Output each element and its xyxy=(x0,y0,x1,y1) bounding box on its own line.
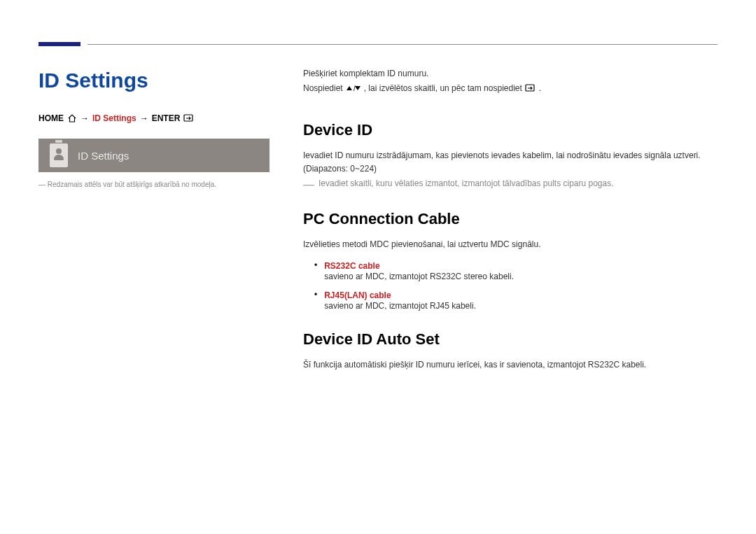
header-rule xyxy=(88,44,718,45)
menu-preview-label: ID Settings xyxy=(78,150,129,162)
page-title: ID Settings xyxy=(38,69,270,92)
list-item-label: RS232C cable xyxy=(324,261,379,271)
section-heading-pc-connection: PC Connection Cable xyxy=(303,210,718,228)
bullet-icon: • xyxy=(314,259,317,281)
device-id-note: ― Ievadiet skaitli, kuru vēlaties izmant… xyxy=(303,178,718,190)
home-icon xyxy=(67,114,77,122)
breadcrumb-home: HOME xyxy=(38,113,64,123)
id-card-icon xyxy=(50,143,68,167)
up-down-icon: / xyxy=(346,85,361,92)
breadcrumb-arrow: → xyxy=(140,113,148,123)
list-item-desc: savieno ar MDC, izmantojot RS232C stereo… xyxy=(324,272,514,281)
enter-icon xyxy=(183,114,195,122)
svg-text:/: / xyxy=(354,85,356,92)
pc-connection-body: Izvēlieties metodi MDC pievienošanai, la… xyxy=(303,238,718,251)
breadcrumb-enter: ENTER xyxy=(152,113,181,123)
intro-line-1: Piešķiriet komplektam ID numuru. xyxy=(303,69,718,78)
note-dash-icon: ― xyxy=(303,178,314,190)
bullet-icon: • xyxy=(314,288,317,311)
header-tab-mark xyxy=(38,42,80,46)
device-id-body: Ievadiet ID numuru izstrādājumam, kas pi… xyxy=(303,149,718,176)
breadcrumb-current: ID Settings xyxy=(92,113,136,123)
auto-set-body: Šī funkcija automātiski piešķir ID numur… xyxy=(303,358,718,372)
section-heading-auto-set: Device ID Auto Set xyxy=(303,330,718,349)
menu-preview: ID Settings xyxy=(38,139,270,172)
list-item: • RJ45(LAN) cable savieno ar MDC, izmant… xyxy=(303,288,718,311)
enter-icon xyxy=(525,84,536,92)
sidebar: ID Settings HOME → ID Settings → ENTER I… xyxy=(38,69,270,372)
intro-line-2: Nospiediet / , lai izvēlētos skaitli, un… xyxy=(303,83,718,93)
list-item-desc: savieno ar MDC, izmantojot RJ45 kabeli. xyxy=(324,301,476,311)
list-item-label: RJ45(LAN) cable xyxy=(324,290,391,300)
breadcrumb: HOME → ID Settings → ENTER xyxy=(38,113,270,123)
image-caption: ― Redzamais attēls var būt atšķirīgs atk… xyxy=(38,179,270,190)
pc-connection-list: • RS232C cable savieno ar MDC, izmantojo… xyxy=(303,259,718,311)
section-heading-device-id: Device ID xyxy=(303,121,718,139)
list-item: • RS232C cable savieno ar MDC, izmantojo… xyxy=(303,259,718,281)
breadcrumb-arrow: → xyxy=(80,113,89,123)
main-content: Piešķiriet komplektam ID numuru. Nospied… xyxy=(303,69,718,372)
